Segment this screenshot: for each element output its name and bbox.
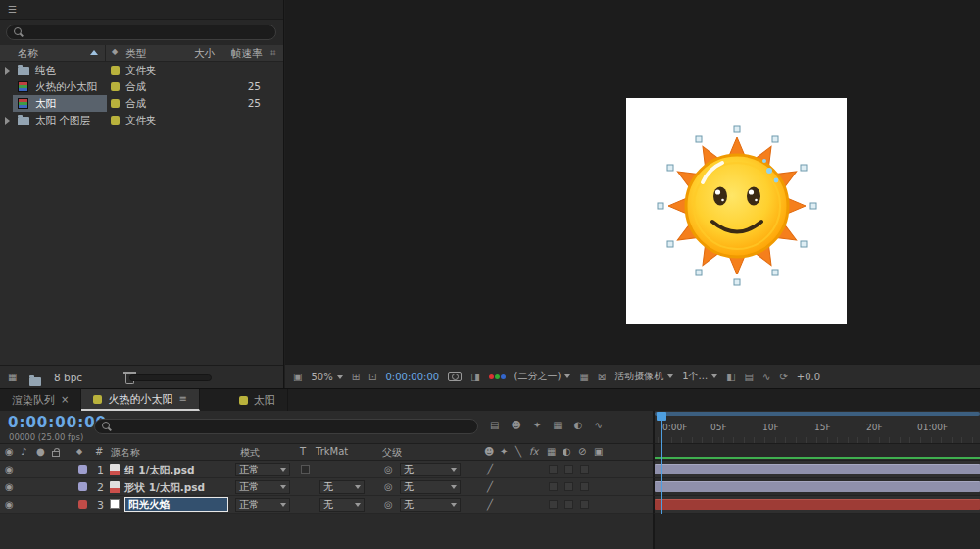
mode-select[interactable]: 正常 <box>235 480 290 494</box>
column-t[interactable]: T <box>300 446 306 457</box>
column-parent[interactable]: 父级 <box>382 446 402 460</box>
composition-canvas[interactable] <box>626 98 847 324</box>
layer-duration-bar[interactable] <box>655 464 980 474</box>
tab-menu-icon[interactable]: ≡ <box>178 394 186 404</box>
work-area-strip[interactable] <box>653 444 980 461</box>
shy-icon[interactable]: ☻ <box>511 420 520 430</box>
column-type[interactable]: 类型 <box>125 47 146 61</box>
exposure-value[interactable]: +0.0 <box>797 372 820 382</box>
label-chip[interactable] <box>111 99 120 108</box>
flowchart-icon[interactable]: ▤ <box>745 372 754 382</box>
layer-name[interactable]: 形状 1/太阳.psd <box>124 481 205 495</box>
work-area-bar[interactable] <box>655 457 980 459</box>
comp-flowchart-icon[interactable]: ▤ <box>490 420 499 430</box>
column-mode[interactable]: 模式 <box>240 446 260 460</box>
fx-header-icon[interactable]: fx <box>529 447 538 457</box>
timeline-search-input[interactable] <box>94 419 478 434</box>
zoom-select[interactable]: 50% <box>311 372 342 382</box>
current-time-indicator[interactable] <box>657 412 666 421</box>
frame-blend-icon[interactable]: ▦ <box>553 420 562 430</box>
label-chip[interactable] <box>111 82 120 91</box>
interpret-footage-icon[interactable]: ▦ <box>8 373 17 382</box>
panel-options-icon[interactable]: ⌗ <box>270 48 276 58</box>
switch-box[interactable] <box>549 500 558 509</box>
bit-depth-label[interactable]: 8 bpc <box>54 372 82 383</box>
layer-label-chip[interactable] <box>78 500 87 509</box>
view-layout-icon[interactable]: ◧ <box>726 372 735 382</box>
layer-row[interactable]: ◉ 1 组 1/太阳.psd 正常 ◎ 无 ╱ <box>0 461 653 478</box>
adjustment-header-icon[interactable]: ⊘ <box>578 447 586 457</box>
roi-icon[interactable]: ⊡ <box>368 372 376 382</box>
always-preview-icon[interactable]: ▣ <box>293 372 302 382</box>
layer-name[interactable]: 组 1/太阳.psd <box>124 464 195 477</box>
layer-name-edit-field[interactable]: 阳光火焰 <box>124 497 228 512</box>
mode-select[interactable]: 正常 <box>235 498 290 512</box>
project-item-row[interactable]: 纯色 文件夹 <box>0 62 283 78</box>
expand-arrow-icon[interactable] <box>5 117 10 125</box>
layer-duration-track[interactable] <box>653 461 980 478</box>
parent-pickwhip-icon[interactable]: ◎ <box>384 465 393 474</box>
switch-box[interactable] <box>580 500 589 509</box>
project-item-row[interactable]: 火热的小太阳 合成 25 <box>0 78 283 95</box>
3d-header-icon[interactable]: ▣ <box>594 447 603 457</box>
parent-select[interactable]: 无 <box>400 498 461 512</box>
parent-select[interactable]: 无 <box>400 480 461 494</box>
camera-select[interactable]: 活动摄像机 <box>614 370 673 383</box>
graph-editor-icon[interactable]: ∿ <box>594 420 602 430</box>
quality-icon[interactable]: ╱ <box>487 500 493 510</box>
graph-icon[interactable]: ∿ <box>762 372 770 382</box>
reset-exposure-icon[interactable]: ⟳ <box>779 372 787 382</box>
eye-icon[interactable]: ◉ <box>5 482 14 492</box>
quality-icon[interactable]: ╱ <box>487 465 493 474</box>
column-fps[interactable]: 帧速率 <box>231 47 263 61</box>
panel-menu-icon[interactable]: ☰ <box>8 5 17 15</box>
trkmat-select[interactable]: 无 <box>319 480 365 494</box>
layer-label-chip[interactable] <box>78 482 87 491</box>
tab-comp-active[interactable]: 火热的小太阳 ≡ <box>81 389 199 411</box>
preserve-transparency-checkbox[interactable] <box>301 465 310 474</box>
shy-header-icon[interactable]: ☻ <box>484 447 494 457</box>
trkmat-select[interactable]: 无 <box>319 498 365 512</box>
quality-header-icon[interactable]: ╲ <box>515 447 521 457</box>
switch-box[interactable] <box>549 482 558 491</box>
column-name[interactable]: 名称 <box>18 47 38 61</box>
layer-duration-track[interactable] <box>653 496 980 514</box>
column-trkmat[interactable]: TrkMat <box>316 446 348 457</box>
column-source-name[interactable]: 源名称 <box>111 446 140 460</box>
new-folder-icon[interactable] <box>29 377 41 386</box>
quality-icon[interactable]: ╱ <box>487 482 493 492</box>
pixel-aspect-icon[interactable]: ⊠ <box>598 372 606 382</box>
parent-select[interactable]: 无 <box>400 463 461 476</box>
time-navigator[interactable] <box>655 412 980 416</box>
time-ruler[interactable]: 0:00F 05F 10F 15F 20F 01:00F <box>653 411 980 444</box>
project-item-row-selected[interactable]: 太阳 合成 25 <box>0 95 283 112</box>
motion-blur-icon[interactable]: ◐ <box>574 420 583 430</box>
tab-render-queue[interactable]: 渲染队列 × <box>0 389 81 411</box>
switch-box[interactable] <box>580 465 589 474</box>
mode-select[interactable]: 正常 <box>235 463 290 476</box>
column-number[interactable]: # <box>95 446 103 457</box>
label-chip[interactable] <box>111 116 120 125</box>
project-item-row[interactable]: 太阳 个图层 文件夹 <box>0 112 283 128</box>
resolution-select[interactable]: (二分之一) <box>514 370 571 383</box>
close-icon[interactable]: × <box>61 395 69 405</box>
layer-duration-track[interactable] <box>653 478 980 496</box>
label-chip[interactable] <box>111 66 120 75</box>
switch-box[interactable] <box>564 465 573 474</box>
channels-icon[interactable] <box>489 374 506 379</box>
motion-blur-header-icon[interactable]: ◐ <box>563 447 571 457</box>
parent-pickwhip-icon[interactable]: ◎ <box>384 500 393 510</box>
switch-box[interactable] <box>549 465 558 474</box>
snapshot-camera-icon[interactable] <box>448 372 462 381</box>
frame-blend-header-icon[interactable]: ▦ <box>547 447 556 457</box>
viewer-timecode[interactable]: 0:00:00:00 <box>385 372 439 382</box>
switch-box[interactable] <box>564 482 573 491</box>
eye-icon[interactable]: ◉ <box>5 465 14 474</box>
layer-row[interactable]: ◉ 2 形状 1/太阳.psd 正常 无 ◎ 无 ╱ <box>0 478 653 496</box>
layer-row-editing[interactable]: ◉ 3 阳光火焰 正常 无 ◎ 无 ╱ <box>0 496 653 514</box>
magnify-icon[interactable]: ⊞ <box>352 372 360 382</box>
show-snapshot-icon[interactable]: ◨ <box>470 372 479 382</box>
switch-box[interactable] <box>564 500 573 509</box>
eye-icon[interactable]: ◉ <box>5 500 14 510</box>
layer-duration-bar[interactable] <box>655 481 980 492</box>
